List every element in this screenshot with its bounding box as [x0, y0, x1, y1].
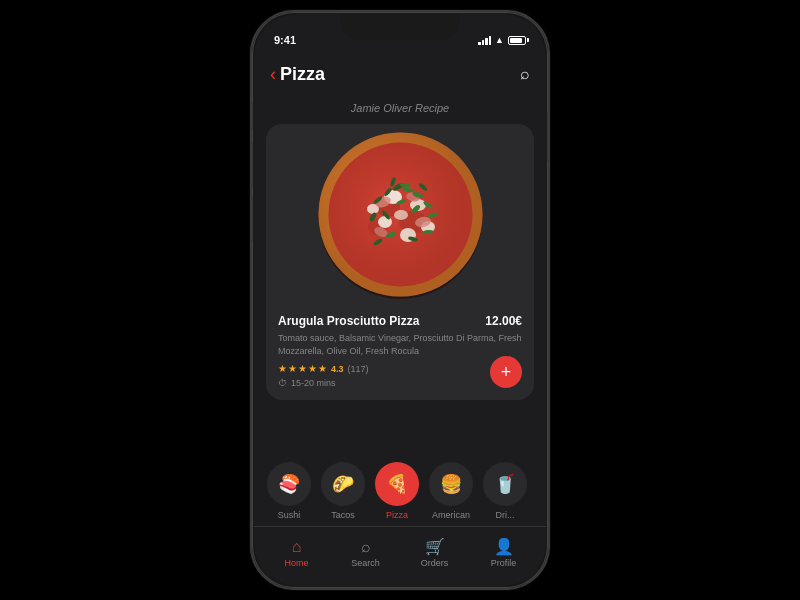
nav-orders[interactable]: 🛒 Orders [410, 537, 460, 568]
pizza-card: Arugula Prosciutto Pizza 12.00€ Tomato s… [266, 124, 534, 400]
notch [340, 14, 460, 40]
category-pizza[interactable]: 🍕 Pizza [370, 462, 424, 520]
pizza-image [266, 124, 534, 304]
header: ‹ Pizza ⌕ [254, 54, 546, 94]
status-icons: ▲ [478, 35, 526, 45]
star-5: ★ [318, 363, 327, 374]
status-time: 9:41 [274, 34, 296, 46]
time-row: ⏱ 15-20 mins [278, 378, 522, 388]
pizza-svg [313, 127, 488, 302]
battery-icon [508, 36, 526, 45]
search-icon[interactable]: ⌕ [520, 65, 530, 83]
american-icon: 🍔 [440, 473, 462, 495]
category-tacos[interactable]: 🌮 Tacos [316, 462, 370, 520]
nav-home[interactable]: ⌂ Home [272, 538, 322, 568]
search-nav-icon: ⌕ [361, 538, 371, 556]
sushi-label: Sushi [278, 510, 301, 520]
clock-icon: ⏱ [278, 378, 287, 388]
silent-button [250, 102, 253, 130]
star-3: ★ [298, 363, 307, 374]
volume-up-button [250, 142, 253, 187]
recipe-subtitle: Jamie Oliver Recipe [351, 102, 449, 114]
search-label: Search [351, 558, 380, 568]
category-american[interactable]: 🍔 American [424, 462, 478, 520]
bottom-nav: ⌂ Home ⌕ Search 🛒 Orders 👤 Profile [254, 526, 546, 586]
back-button[interactable]: ‹ [270, 65, 276, 83]
header-left: ‹ Pizza [270, 64, 325, 85]
pizza-label: Pizza [386, 510, 408, 520]
american-icon-wrap: 🍔 [429, 462, 473, 506]
prep-time: 15-20 mins [291, 378, 336, 388]
category-tabs: 🍣 Sushi 🌮 Tacos 🍕 Pizza [254, 456, 546, 526]
sushi-icon-wrap: 🍣 [267, 462, 311, 506]
home-label: Home [284, 558, 308, 568]
home-icon: ⌂ [292, 538, 302, 556]
svg-point-14 [394, 210, 408, 220]
phone-screen: 9:41 ▲ ‹ Piz [254, 14, 546, 586]
pizza-description: Tomato sauce, Balsamic Vinegar, Prosciut… [278, 332, 522, 357]
card-title-row: Arugula Prosciutto Pizza 12.00€ [278, 314, 522, 328]
wifi-icon: ▲ [495, 35, 504, 45]
star-rating: ★ ★ ★ ★ ★ [278, 363, 327, 374]
sushi-icon: 🍣 [278, 473, 300, 495]
pizza-icon-wrap: 🍕 [375, 462, 419, 506]
tacos-icon: 🌮 [332, 473, 354, 495]
tacos-label: Tacos [331, 510, 355, 520]
pizza-icon: 🍕 [386, 473, 408, 495]
nav-search[interactable]: ⌕ Search [341, 538, 391, 568]
star-4: ★ [308, 363, 317, 374]
category-sushi[interactable]: 🍣 Sushi [262, 462, 316, 520]
nav-profile[interactable]: 👤 Profile [479, 537, 529, 568]
add-to-cart-button[interactable]: + [490, 356, 522, 388]
profile-label: Profile [491, 558, 517, 568]
american-label: American [432, 510, 470, 520]
power-button [547, 112, 550, 162]
category-drinks[interactable]: 🥤 Dri... [478, 462, 532, 520]
orders-icon: 🛒 [425, 537, 445, 556]
main-content: Arugula Prosciutto Pizza 12.00€ Tomato s… [254, 124, 546, 448]
phone-frame: 9:41 ▲ ‹ Piz [250, 10, 550, 590]
profile-icon: 👤 [494, 537, 514, 556]
rating-number: 4.3 [331, 364, 344, 374]
drinks-icon: 🥤 [494, 473, 516, 495]
pizza-price: 12.00€ [485, 314, 522, 328]
drinks-label: Dri... [496, 510, 515, 520]
tacos-icon-wrap: 🌮 [321, 462, 365, 506]
volume-down-button [250, 197, 253, 242]
app-screen: 9:41 ▲ ‹ Piz [254, 14, 546, 586]
star-2: ★ [288, 363, 297, 374]
card-info: Arugula Prosciutto Pizza 12.00€ Tomato s… [266, 304, 534, 400]
subtitle-bar: Jamie Oliver Recipe [254, 94, 546, 124]
pizza-name: Arugula Prosciutto Pizza [278, 314, 477, 328]
drinks-icon-wrap: 🥤 [483, 462, 527, 506]
star-1: ★ [278, 363, 287, 374]
svg-point-10 [378, 216, 392, 228]
page-title: Pizza [280, 64, 325, 85]
signal-icon [478, 36, 491, 45]
rating-count: (117) [348, 364, 369, 374]
rating-row: ★ ★ ★ ★ ★ 4.3 (117) [278, 363, 522, 374]
orders-label: Orders [421, 558, 449, 568]
